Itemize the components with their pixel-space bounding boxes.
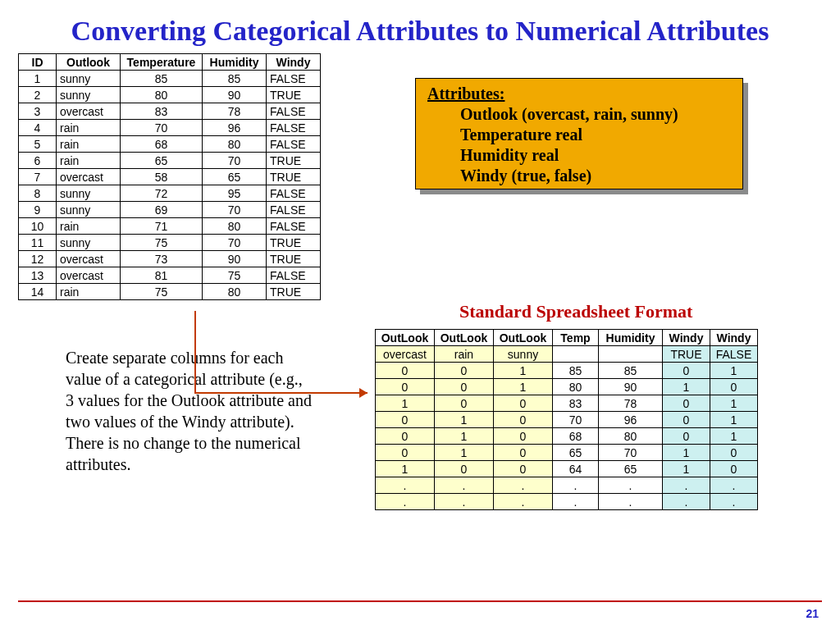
attribute-line: Windy (true, false) [427, 166, 734, 186]
table-cell: . [553, 477, 599, 494]
table-cell: . [710, 494, 758, 510]
table-cell: 65 [121, 153, 203, 169]
table-subheader: TRUE [663, 346, 710, 363]
table-cell: FALSE [267, 120, 321, 136]
table-cell: FALSE [267, 267, 321, 284]
table-cell: 68 [553, 428, 599, 445]
table-row: 100837801 [376, 395, 758, 412]
table-cell: 80 [553, 379, 599, 395]
table-cell: . [663, 494, 710, 510]
table-cell: FALSE [267, 136, 321, 153]
table-cell: overcast [57, 103, 121, 120]
source-data-table: IDOutlookTemperatureHumidityWindy 1sunny… [18, 53, 321, 300]
table-cell: 1 [663, 461, 710, 477]
table-row: 5rain6880FALSE [19, 136, 321, 153]
table-subheader [599, 346, 663, 363]
table-cell: 1 [710, 412, 758, 428]
table-cell: . [553, 494, 599, 510]
table-cell: 1 [494, 363, 553, 379]
table-cell: 90 [203, 87, 267, 103]
table-cell: 0 [494, 428, 553, 445]
table-cell: 73 [121, 251, 203, 267]
table-row: 010688001 [376, 428, 758, 445]
table-row: ....... [376, 494, 758, 510]
table-cell: . [376, 494, 435, 510]
table-cell: 0 [376, 363, 435, 379]
table-cell: 80 [203, 218, 267, 235]
table-header: Windy [267, 54, 321, 71]
slide-title: Converting Categorical Attributes to Num… [0, 0, 840, 52]
table-subheader: sunny [494, 346, 553, 363]
table-cell: 1 [663, 379, 710, 395]
table-cell: 85 [121, 71, 203, 87]
table-cell: 1 [710, 428, 758, 445]
table-cell: 69 [121, 202, 203, 218]
table-cell: 0 [494, 445, 553, 461]
table-cell: 0 [663, 428, 710, 445]
table-cell: 0 [376, 412, 435, 428]
attribute-line: Temperature real [427, 125, 734, 145]
table-cell: 14 [19, 284, 57, 300]
table-cell: 96 [599, 412, 663, 428]
table-cell: 90 [203, 251, 267, 267]
table-row: ....... [376, 477, 758, 494]
table-cell: 0 [435, 379, 494, 395]
table-cell: . [710, 477, 758, 494]
table-cell: 85 [599, 363, 663, 379]
converted-data-table: OutLookOutLookOutLookTempHumidityWindyWi… [375, 329, 758, 510]
table-cell: 1 [435, 412, 494, 428]
table-row: 100646510 [376, 461, 758, 477]
table-cell: 1 [494, 379, 553, 395]
table-cell: FALSE [267, 103, 321, 120]
table-cell: 72 [121, 185, 203, 202]
table-cell: 0 [494, 395, 553, 412]
table-cell: rain [57, 136, 121, 153]
table-cell: 65 [553, 445, 599, 461]
table-cell: 1 [663, 445, 710, 461]
table-cell: 1 [19, 71, 57, 87]
table-cell: 70 [553, 412, 599, 428]
table-header: Temp [553, 330, 599, 346]
table-cell: 83 [553, 395, 599, 412]
attribute-line: Humidity real [427, 145, 734, 166]
table-header: Windy [710, 330, 758, 346]
table-cell: 0 [435, 461, 494, 477]
table-cell: 70 [203, 202, 267, 218]
table-subheader: rain [435, 346, 494, 363]
table-cell: 75 [121, 284, 203, 300]
table-cell: 80 [121, 87, 203, 103]
table-cell: 95 [203, 185, 267, 202]
table-cell: 0 [663, 363, 710, 379]
table-cell: TRUE [267, 153, 321, 169]
table-cell: 85 [203, 71, 267, 87]
table-cell: TRUE [267, 87, 321, 103]
table-cell: 70 [599, 445, 663, 461]
table-row: 10rain7180FALSE [19, 218, 321, 235]
table-cell: 10 [19, 218, 57, 235]
table-cell: sunny [57, 87, 121, 103]
table-cell: 0 [376, 445, 435, 461]
table-cell: TRUE [267, 251, 321, 267]
table-cell: 0 [435, 363, 494, 379]
table-cell: 80 [203, 136, 267, 153]
table-cell: 0 [494, 461, 553, 477]
table-cell: overcast [57, 267, 121, 284]
table-row: 010709601 [376, 412, 758, 428]
table-cell: 5 [19, 136, 57, 153]
table-row: 6rain6570TRUE [19, 153, 321, 169]
table-row: 010657010 [376, 445, 758, 461]
table-row: 1sunny8585FALSE [19, 71, 321, 87]
attributes-heading: Attributes: [427, 84, 734, 104]
table-cell: 6 [19, 153, 57, 169]
table-cell: 1 [710, 363, 758, 379]
table-cell: 58 [121, 169, 203, 185]
table-cell: 3 [19, 103, 57, 120]
table-cell: . [435, 494, 494, 510]
table-row: 13overcast8175FALSE [19, 267, 321, 284]
table-row: 9sunny6970FALSE [19, 202, 321, 218]
table-cell: 0 [435, 395, 494, 412]
table-cell: 65 [599, 461, 663, 477]
table-row: 11sunny7570TRUE [19, 235, 321, 251]
table-cell: 70 [203, 235, 267, 251]
table-cell: sunny [57, 202, 121, 218]
